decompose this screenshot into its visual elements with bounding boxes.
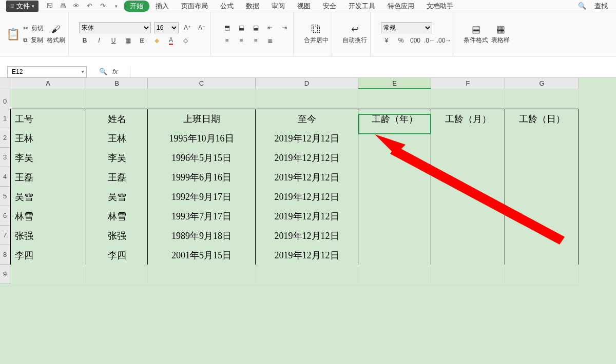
- cell-D1[interactable]: 至今: [256, 109, 358, 129]
- cell-G9[interactable]: [505, 265, 579, 285]
- tab-special[interactable]: 特色应用: [381, 2, 420, 11]
- chevron-down-icon[interactable]: ▾: [112, 2, 121, 10]
- row-header-2[interactable]: 2: [0, 128, 10, 148]
- align-center-icon[interactable]: ≡: [236, 35, 247, 46]
- font-color-button[interactable]: A: [165, 35, 177, 46]
- align-right-icon[interactable]: ≡: [250, 35, 261, 46]
- tab-formulas[interactable]: 公式: [214, 2, 240, 11]
- preview-icon[interactable]: 👁: [72, 2, 81, 10]
- cell-A4[interactable]: 王磊: [10, 167, 86, 188]
- cell-G6[interactable]: [505, 206, 579, 227]
- tab-dev-tools[interactable]: 开发工具: [342, 2, 381, 11]
- decrease-font-icon[interactable]: A⁻: [196, 22, 207, 33]
- cell-E3[interactable]: [358, 148, 431, 168]
- conditional-format-button[interactable]: ▤条件格式: [464, 24, 488, 45]
- cell-B4[interactable]: 王磊: [86, 167, 148, 188]
- cell-G5[interactable]: [505, 187, 579, 207]
- cell-F8[interactable]: [431, 245, 505, 266]
- tab-insert[interactable]: 插入: [149, 2, 175, 11]
- row-header-6[interactable]: 6: [0, 206, 10, 226]
- cell-G7[interactable]: [505, 226, 579, 246]
- indent-right-icon[interactable]: ⇥: [279, 22, 290, 33]
- layout-icon[interactable]: ⊞: [137, 35, 148, 46]
- increase-font-icon[interactable]: A⁺: [182, 22, 193, 33]
- row-header-3[interactable]: 3: [0, 148, 10, 167]
- cell-C2[interactable]: 1995年10月16日: [148, 128, 256, 149]
- tab-home[interactable]: 开始: [124, 1, 149, 12]
- select-all-corner[interactable]: [0, 78, 10, 89]
- tab-review[interactable]: 审阅: [265, 2, 291, 11]
- tab-data[interactable]: 数据: [240, 2, 265, 11]
- font-size-select[interactable]: 16: [154, 22, 179, 33]
- cell-F6[interactable]: [431, 206, 505, 227]
- cell-C9[interactable]: [148, 265, 256, 285]
- cell-C7[interactable]: 1989年9月18日: [148, 226, 256, 246]
- cell-C5[interactable]: 1992年9月17日: [148, 187, 256, 207]
- italic-button[interactable]: I: [93, 35, 105, 46]
- row-header-9[interactable]: 9: [0, 265, 10, 284]
- decrease-decimal-icon[interactable]: .0←: [424, 35, 435, 46]
- formula-input[interactable]: [130, 66, 616, 77]
- cell-D2[interactable]: 2019年12月12日: [256, 128, 358, 149]
- cell-B1[interactable]: 姓名: [86, 109, 148, 129]
- merge-button[interactable]: ⿻合并居中: [304, 24, 329, 45]
- cell-D7[interactable]: 2019年12月12日: [256, 226, 358, 246]
- cell-D8[interactable]: 2019年12月12日: [256, 245, 358, 266]
- undo-icon[interactable]: ↶: [86, 2, 94, 10]
- cell-F5[interactable]: [431, 187, 505, 207]
- cell-G8[interactable]: [505, 245, 579, 266]
- fill-color-button[interactable]: ◆: [151, 35, 162, 46]
- cell-B6[interactable]: 林雪: [86, 206, 148, 227]
- tab-view[interactable]: 视图: [291, 2, 317, 11]
- cell-F7[interactable]: [431, 226, 505, 246]
- cell-F9[interactable]: [431, 265, 505, 285]
- cell-A1[interactable]: 工号: [10, 109, 86, 129]
- cell-E5[interactable]: [358, 187, 431, 207]
- table-style-button[interactable]: ▦表格样: [491, 24, 510, 45]
- cell-B3[interactable]: 李吴: [86, 148, 148, 168]
- cell-D5[interactable]: 2019年12月12日: [256, 187, 358, 207]
- cell-D4[interactable]: 2019年12月12日: [256, 167, 358, 188]
- row-header-8[interactable]: 8: [0, 245, 10, 265]
- save-icon[interactable]: 🖫: [46, 2, 54, 10]
- cell-E2[interactable]: [358, 128, 431, 149]
- name-box[interactable]: E12 ▾: [7, 66, 87, 77]
- cell-E9[interactable]: [358, 265, 431, 285]
- file-menu[interactable]: ≡ 文件 ▾: [6, 1, 38, 12]
- number-format-select[interactable]: 常规: [381, 22, 432, 33]
- cell-D6[interactable]: 2019年12月12日: [256, 206, 358, 227]
- cell-G4[interactable]: [505, 167, 579, 188]
- cell-C3[interactable]: 1996年5月15日: [148, 148, 256, 168]
- zoom-icon[interactable]: 🔍: [99, 68, 107, 75]
- col-header-A[interactable]: A: [10, 78, 86, 89]
- cell-A6[interactable]: 林雪: [10, 206, 86, 227]
- cell-A5[interactable]: 吴雪: [10, 187, 86, 207]
- font-name-select[interactable]: 宋体: [79, 22, 151, 33]
- increase-decimal-icon[interactable]: .00→: [438, 35, 450, 46]
- search-label[interactable]: 查找: [588, 2, 614, 11]
- cell-A7[interactable]: 张强: [10, 226, 86, 246]
- cell-A2[interactable]: 王林: [10, 128, 86, 149]
- indent-left-icon[interactable]: ⇤: [264, 22, 276, 33]
- cell-B9[interactable]: [86, 265, 148, 285]
- tab-page-layout[interactable]: 页面布局: [175, 2, 214, 11]
- align-middle-icon[interactable]: ⬓: [236, 22, 247, 33]
- print-icon[interactable]: 🖶: [59, 2, 67, 10]
- chevron-down-icon[interactable]: ▾: [82, 69, 84, 74]
- cell-B8[interactable]: 李四: [86, 245, 148, 266]
- fx-icon[interactable]: fx: [112, 68, 118, 75]
- cell-B7[interactable]: 张强: [86, 226, 148, 246]
- border-button[interactable]: ▦: [122, 35, 133, 46]
- row-header-4[interactable]: 4: [0, 167, 10, 187]
- cell-F1[interactable]: 工龄（月）: [431, 109, 505, 129]
- cell-E7[interactable]: [358, 226, 431, 246]
- redo-icon[interactable]: ↷: [99, 2, 107, 10]
- cell-C1[interactable]: 上班日期: [148, 109, 256, 129]
- percent-icon[interactable]: %: [395, 35, 407, 46]
- wrap-button[interactable]: ↩自动换行: [342, 24, 367, 45]
- copy-button[interactable]: ⧉复制: [23, 36, 44, 45]
- align-bottom-icon[interactable]: ⬓: [250, 22, 261, 33]
- format-painter-button[interactable]: 🖌 格式刷: [47, 24, 65, 45]
- justify-icon[interactable]: ≣: [264, 35, 276, 46]
- col-header-F[interactable]: F: [431, 78, 505, 89]
